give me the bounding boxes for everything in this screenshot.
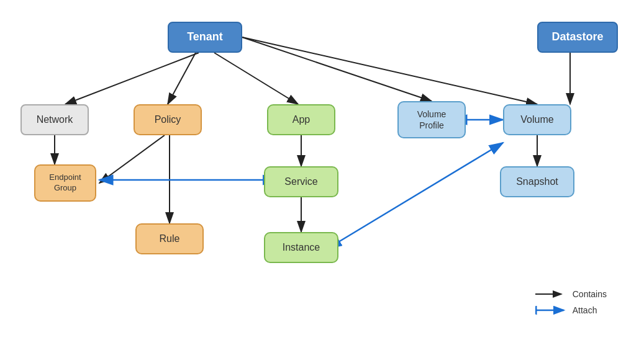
network-node: Network bbox=[20, 104, 89, 135]
policy-node: Policy bbox=[134, 104, 202, 135]
attach-arrow-icon bbox=[535, 305, 566, 315]
rule-label: Rule bbox=[160, 233, 180, 246]
service-node: Service bbox=[264, 166, 338, 197]
tenant-label: Tenant bbox=[187, 30, 223, 44]
svg-line-4 bbox=[168, 53, 196, 104]
legend: Contains Attach bbox=[535, 289, 607, 315]
svg-line-6 bbox=[242, 37, 432, 101]
policy-label: Policy bbox=[155, 114, 181, 127]
endpoint-group-node: EndpointGroup bbox=[34, 164, 96, 202]
svg-line-5 bbox=[214, 53, 298, 104]
svg-line-3 bbox=[65, 53, 199, 104]
datastore-label: Datastore bbox=[551, 30, 603, 44]
app-label: App bbox=[293, 114, 310, 127]
legend-attach: Attach bbox=[535, 305, 607, 315]
endpoint-group-label: EndpointGroup bbox=[49, 172, 81, 194]
datastore-node: Datastore bbox=[537, 22, 618, 53]
instance-label: Instance bbox=[283, 241, 320, 254]
app-node: App bbox=[267, 104, 335, 135]
rule-node: Rule bbox=[135, 223, 204, 254]
snapshot-node: Snapshot bbox=[500, 166, 574, 197]
diagram-container: Tenant Datastore Network Policy App Volu… bbox=[0, 0, 644, 340]
instance-node: Instance bbox=[264, 232, 338, 263]
attach-label: Attach bbox=[573, 305, 597, 315]
volume-profile-label: VolumeProfile bbox=[417, 109, 447, 131]
svg-line-7 bbox=[242, 37, 537, 104]
volume-node: Volume bbox=[503, 104, 571, 135]
snapshot-label: Snapshot bbox=[516, 176, 558, 189]
legend-contains: Contains bbox=[535, 289, 607, 299]
svg-line-17 bbox=[338, 143, 503, 242]
service-label: Service bbox=[284, 176, 317, 189]
svg-line-10 bbox=[99, 135, 165, 183]
volume-label: Volume bbox=[520, 114, 553, 127]
contains-label: Contains bbox=[573, 289, 607, 299]
tenant-node: Tenant bbox=[168, 22, 242, 53]
contains-arrow-icon bbox=[535, 289, 566, 299]
volume-profile-node: VolumeProfile bbox=[397, 101, 466, 138]
network-label: Network bbox=[37, 114, 73, 127]
